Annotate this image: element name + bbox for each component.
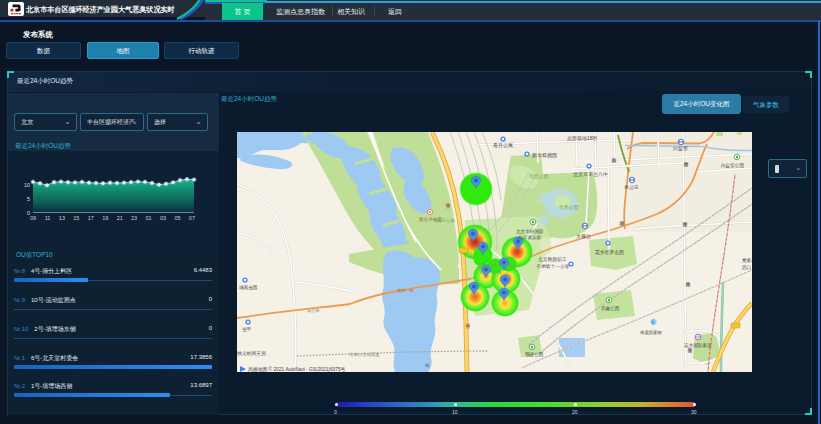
svg-text:09: 09 bbox=[30, 215, 36, 221]
svg-text:15: 15 bbox=[73, 215, 79, 221]
svg-text:21: 21 bbox=[117, 215, 123, 221]
svg-text:明景公园: 明景公园 bbox=[529, 174, 548, 179]
svg-text:造甲: 造甲 bbox=[242, 327, 252, 332]
svg-text:05: 05 bbox=[174, 215, 180, 221]
svg-text:子弟第十一小学: 子弟第十一小学 bbox=[536, 263, 570, 270]
svg-text:丰台区循环经济园区: 丰台区循环经济园区 bbox=[477, 263, 517, 268]
svg-text:13: 13 bbox=[59, 215, 65, 221]
svg-text:北京铁路职工: 北京铁路职工 bbox=[538, 256, 567, 263]
svg-text:花乡世界名园: 花乡世界名园 bbox=[595, 249, 624, 256]
svg-text:榆树庄公园: 榆树庄公园 bbox=[432, 218, 455, 223]
svg-text:南苑一路: 南苑一路 bbox=[397, 288, 414, 293]
svg-text:17: 17 bbox=[88, 215, 94, 221]
svg-text:循环一公园: 循环一公园 bbox=[480, 270, 502, 275]
svg-text:世界公园: 世界公园 bbox=[558, 205, 578, 210]
svg-text:单公庄: 单公庄 bbox=[624, 184, 639, 190]
svg-text:总部基地18区: 总部基地18区 bbox=[567, 135, 598, 142]
svg-text:19: 19 bbox=[102, 215, 108, 221]
svg-text:01: 01 bbox=[146, 215, 152, 221]
svg-text:11: 11 bbox=[45, 215, 51, 221]
svg-text:03: 03 bbox=[160, 215, 166, 221]
svg-text:高德地图 © 2021 AutoNavi - GS(2021: 高德地图 © 2021 AutoNavi - GS(2021)6375号 bbox=[248, 366, 346, 372]
svg-text:北京市丰台八中: 北京市丰台八中 bbox=[573, 171, 608, 178]
svg-text:新华双拥园: 新华双拥园 bbox=[532, 152, 557, 159]
svg-text:高佳路: 高佳路 bbox=[307, 308, 320, 313]
svg-text:10: 10 bbox=[24, 182, 30, 188]
svg-text:独义村回王房: 独义村回王房 bbox=[237, 350, 266, 357]
svg-text:在建小京雄高速: 在建小京雄高速 bbox=[349, 352, 380, 357]
svg-text:预建公园: 预建公园 bbox=[525, 351, 543, 358]
svg-text:07: 07 bbox=[189, 215, 195, 221]
svg-text:5: 5 bbox=[27, 196, 30, 202]
svg-text:大葆台: 大葆台 bbox=[576, 233, 591, 239]
svg-text:白盆窑: 白盆窑 bbox=[673, 145, 688, 152]
svg-text:看丹公寓: 看丹公寓 bbox=[493, 142, 513, 148]
svg-text:23: 23 bbox=[131, 215, 137, 221]
